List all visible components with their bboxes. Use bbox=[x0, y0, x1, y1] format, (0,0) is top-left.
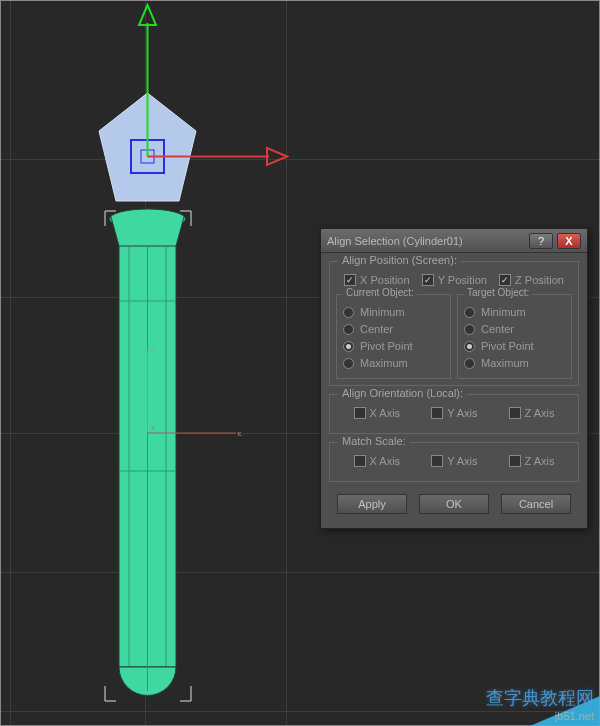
checkbox-icon bbox=[431, 455, 443, 467]
current-minimum-radio[interactable]: Minimum bbox=[343, 306, 444, 318]
svg-text:x: x bbox=[237, 428, 242, 438]
checkbox-icon bbox=[354, 455, 366, 467]
orient-x-axis-checkbox[interactable]: X Axis bbox=[354, 407, 401, 419]
target-pivot-point-radio[interactable]: Pivot Point bbox=[464, 340, 565, 352]
orient-y-axis-checkbox[interactable]: Y Axis bbox=[431, 407, 477, 419]
scale-y-axis-checkbox[interactable]: Y Axis bbox=[431, 455, 477, 467]
checkbox-icon bbox=[499, 274, 511, 286]
align-orientation-group: Align Orientation (Local): X Axis Y Axis… bbox=[329, 394, 579, 434]
help-button[interactable]: ? bbox=[529, 233, 553, 249]
current-object-group: Current Object: Minimum Center Pivot Poi… bbox=[336, 294, 451, 379]
current-maximum-radio[interactable]: Maximum bbox=[343, 357, 444, 369]
svg-marker-12 bbox=[267, 148, 287, 165]
scale-x-axis-checkbox[interactable]: X Axis bbox=[354, 455, 401, 467]
checkbox-icon bbox=[509, 455, 521, 467]
ok-button[interactable]: OK bbox=[419, 494, 489, 514]
scale-z-axis-checkbox[interactable]: Z Axis bbox=[509, 455, 555, 467]
apply-button[interactable]: Apply bbox=[337, 494, 407, 514]
x-position-checkbox[interactable]: X Position bbox=[344, 274, 410, 286]
target-center-radio[interactable]: Center bbox=[464, 323, 565, 335]
checkbox-icon bbox=[509, 407, 521, 419]
subgroup-label: Current Object: bbox=[343, 287, 417, 298]
checkbox-label: X Position bbox=[360, 274, 410, 286]
svg-marker-10 bbox=[139, 5, 156, 25]
align-position-group: Align Position (Screen): X Position Y Po… bbox=[329, 261, 579, 386]
target-object-group: Target Object: Minimum Center Pivot Poin… bbox=[457, 294, 572, 379]
svg-text:y: y bbox=[151, 343, 156, 353]
checkbox-label: Z Position bbox=[515, 274, 564, 286]
current-pivot-point-radio[interactable]: Pivot Point bbox=[343, 340, 444, 352]
subgroup-label: Target Object: bbox=[464, 287, 532, 298]
checkbox-icon bbox=[431, 407, 443, 419]
group-label: Align Position (Screen): bbox=[338, 254, 461, 266]
cancel-button[interactable]: Cancel bbox=[501, 494, 571, 514]
dialog-title-bar[interactable]: Align Selection (Cylinder01) ? X bbox=[321, 229, 587, 253]
svg-text:z: z bbox=[151, 422, 155, 432]
align-selection-dialog: Align Selection (Cylinder01) ? X Align P… bbox=[320, 228, 588, 529]
target-maximum-radio[interactable]: Maximum bbox=[464, 357, 565, 369]
checkbox-icon bbox=[422, 274, 434, 286]
checkbox-label: Y Position bbox=[438, 274, 487, 286]
close-button[interactable]: X bbox=[557, 233, 581, 249]
cylinder-object bbox=[110, 209, 186, 696]
match-scale-group: Match Scale: X Axis Y Axis Z Axis bbox=[329, 442, 579, 482]
group-label: Align Orientation (Local): bbox=[338, 387, 467, 399]
checkbox-icon bbox=[354, 407, 366, 419]
z-position-checkbox[interactable]: Z Position bbox=[499, 274, 564, 286]
y-position-checkbox[interactable]: Y Position bbox=[422, 274, 487, 286]
orient-z-axis-checkbox[interactable]: Z Axis bbox=[509, 407, 555, 419]
current-center-radio[interactable]: Center bbox=[343, 323, 444, 335]
group-label: Match Scale: bbox=[338, 435, 410, 447]
target-minimum-radio[interactable]: Minimum bbox=[464, 306, 565, 318]
dialog-title: Align Selection (Cylinder01) bbox=[327, 235, 525, 247]
checkbox-icon bbox=[344, 274, 356, 286]
